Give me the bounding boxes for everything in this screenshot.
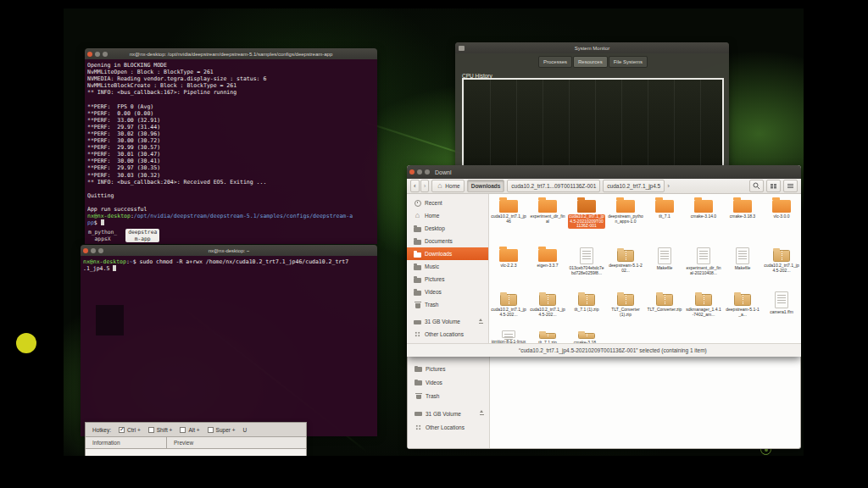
file-item[interactable]: Makefile <box>645 243 684 287</box>
file-item[interactable]: cmake-3.18... <box>567 326 606 343</box>
ctrl-checkbox[interactable]: ✓ <box>119 427 125 433</box>
terminal-output-area[interactable]: Opening in BLOCKING MODE NvMMLiteOpen : … <box>85 59 377 244</box>
file-item[interactable]: sdkmanager_1.4.1-7402_am... <box>684 287 723 326</box>
file-item[interactable]: eigen-3.3.7 <box>528 243 567 287</box>
path-tab-2[interactable]: cuda10.2_trt7.1_jp4.5 <box>603 180 665 192</box>
sidebar-item-other-locations[interactable]: Other Locations <box>407 328 488 341</box>
file-item[interactable]: experiment_dir_final <box>528 194 567 243</box>
tab-processes[interactable]: Processes <box>538 56 572 68</box>
file-item[interactable]: cmake-3.14.0 <box>684 194 723 243</box>
grid-icon <box>415 424 422 431</box>
terminal-line: **PERF: 0.00 (0.00) <box>87 110 377 117</box>
column-preview[interactable]: Preview <box>167 440 193 446</box>
terminal-line: NVMEDIA: Reading vendor.tegra.display-si… <box>87 75 377 82</box>
file-item[interactable]: cuda10.2_trt7.1_jp4.5-202... <box>489 287 528 326</box>
sidebar-item-other-locations[interactable]: Other Locations <box>408 420 489 434</box>
file-item[interactable]: 013ceb704ebdc7ebd728e0259f8... <box>567 243 606 287</box>
sidebar-item-desktop[interactable]: Desktop <box>407 222 488 235</box>
terminal-line <box>87 96 377 103</box>
checkbox-label: Alt + <box>188 427 199 433</box>
tab-resources[interactable]: Resources <box>573 56 608 68</box>
path-tab-1[interactable]: cuda10.2_trt7.1...09T001136Z-001 <box>507 180 600 192</box>
eject-icon[interactable] <box>479 410 485 416</box>
sidebar-item-volume[interactable]: 31 GB Volume <box>408 407 489 420</box>
prompt-path-wrap: pp <box>87 219 94 226</box>
breadcrumb-downloads[interactable]: Downloads <box>467 180 505 192</box>
file-icon <box>658 247 671 264</box>
file-item[interactable]: TLT_Converter (1).zip <box>606 287 645 326</box>
folder-icon <box>499 200 518 213</box>
sidebar-item-trash[interactable]: Trash <box>408 389 489 402</box>
terminal-command-line: nx@nx-desktop:~$ sudo chmod -R a+rwx /ho… <box>83 258 377 265</box>
sidebar-item-videos[interactable]: Videos <box>408 375 489 389</box>
sidebar-item-music[interactable]: Music <box>407 260 488 273</box>
alt-checkbox[interactable] <box>180 427 186 433</box>
list-item-selected[interactable]: deepstrea m-app <box>125 229 159 242</box>
close-button[interactable] <box>409 169 415 175</box>
maximize-button[interactable] <box>425 169 430 175</box>
file-item[interactable]: camera1.ffm <box>762 287 801 326</box>
file-name: deepstream-5.1-202... <box>608 263 643 273</box>
list-item[interactable]: m_python_ appsX <box>88 229 117 242</box>
breadcrumb-home[interactable]: ⌂Home <box>431 180 464 192</box>
folder-icon <box>733 200 752 213</box>
back-button[interactable]: ‹ <box>410 180 420 192</box>
file-item[interactable]: vlc-3.0.0 <box>762 194 801 243</box>
file-item[interactable]: deepstream_python_apps-1.0 <box>606 194 645 243</box>
file-item[interactable]: ignition-8.1.1-linux-... <box>489 326 528 343</box>
view-toggle-button[interactable] <box>766 180 781 192</box>
chevron-right-icon[interactable]: › <box>667 182 670 190</box>
file-item[interactable]: cuda10.2_trt7.1_jp46 <box>489 194 528 243</box>
column-information[interactable]: Information <box>86 440 166 446</box>
terminal-titlebar[interactable]: nx@nx-desktop: ~ <box>81 245 377 256</box>
eject-icon[interactable] <box>478 319 484 324</box>
file-item[interactable]: deepstream-5.1-1_a... <box>723 287 762 326</box>
file-item[interactable]: cmake-3.18.3 <box>723 194 762 243</box>
archive-icon <box>617 294 634 306</box>
menu-button[interactable] <box>783 180 798 192</box>
window-title: nx@nx-desktop: ~ <box>81 248 377 253</box>
sidebar-item-pictures[interactable]: Pictures <box>408 362 489 375</box>
file-item[interactable]: Makefile <box>723 243 762 287</box>
file-item[interactable]: TLT_Converter.zip <box>645 287 684 326</box>
prompt-dollar: $ <box>133 258 140 265</box>
file-item[interactable]: experiment_dir_final-20210408... <box>684 243 723 287</box>
sidebar-item-label: Other Locations <box>426 424 465 430</box>
file-icon <box>736 247 749 264</box>
sidebar-item-label: Other Locations <box>425 331 464 337</box>
shift-checkbox[interactable] <box>148 427 154 433</box>
file-name: m_python_ <box>88 229 117 236</box>
file-item[interactable]: cuda10.2_trt7.1_jp4.5-202... <box>528 287 567 326</box>
terminal-line: **PERF: 33.00 (32.91) <box>87 117 377 124</box>
file-item[interactable]: tlt_7.1 (1).zip <box>567 287 606 326</box>
forward-button[interactable]: › <box>420 180 430 192</box>
terminal-line: **PERF: 30.02 (30.96) <box>87 130 377 137</box>
file-item[interactable]: deepstream-5.1-202... <box>606 243 645 287</box>
sidebar-item-trash[interactable]: Trash <box>407 298 488 311</box>
window-title: nx@nx-desktop: /opt/nvidia/deepstream/de… <box>85 52 377 57</box>
search-button[interactable] <box>749 180 764 192</box>
file-item[interactable]: tlt_7.1 <box>645 194 684 243</box>
drive-icon <box>414 318 421 325</box>
super-checkbox[interactable] <box>208 427 214 433</box>
system-monitor-titlebar[interactable]: System Monitor <box>455 42 729 53</box>
sidebar-item-home[interactable]: ⌂Home <box>407 209 488 222</box>
terminal-titlebar[interactable]: nx@nx-desktop: /opt/nvidia/deepstream/de… <box>85 48 377 59</box>
sidebar-item-downloads[interactable]: Downloads <box>407 247 488 260</box>
tab-file-systems[interactable]: File Systems <box>609 56 648 68</box>
sidebar-item-documents[interactable]: Documents <box>407 235 488 247</box>
file-item[interactable]: tlt_7.1.zip <box>528 326 567 343</box>
command-text-wrap: .1_jp4.5 <box>83 265 109 272</box>
archive-icon <box>539 294 556 306</box>
file-item[interactable]: vlc-2.2.3 <box>489 243 528 287</box>
file-item-selected[interactable]: cuda10.2_trt7.1_jp4.5-20210209T001136Z-0… <box>567 194 606 243</box>
minimize-button[interactable] <box>417 169 422 175</box>
sidebar-item-videos[interactable]: Videos <box>407 286 488 298</box>
file-manager-titlebar[interactable]: Downl <box>407 165 801 179</box>
file-item[interactable]: cuda10.2_trt7.1_jp4.5-202... <box>762 243 801 287</box>
sidebar-item-pictures[interactable]: Pictures <box>407 273 488 286</box>
terminal-line: **PERF: 30.01 (30.47) <box>87 151 377 158</box>
sidebar-item-recent[interactable]: Recent <box>407 197 488 209</box>
sidebar-item-volume[interactable]: 31 GB Volume <box>407 315 488 328</box>
terminal-input-area[interactable]: nx@nx-desktop:~$ sudo chmod -R a+rwx /ho… <box>81 256 377 436</box>
